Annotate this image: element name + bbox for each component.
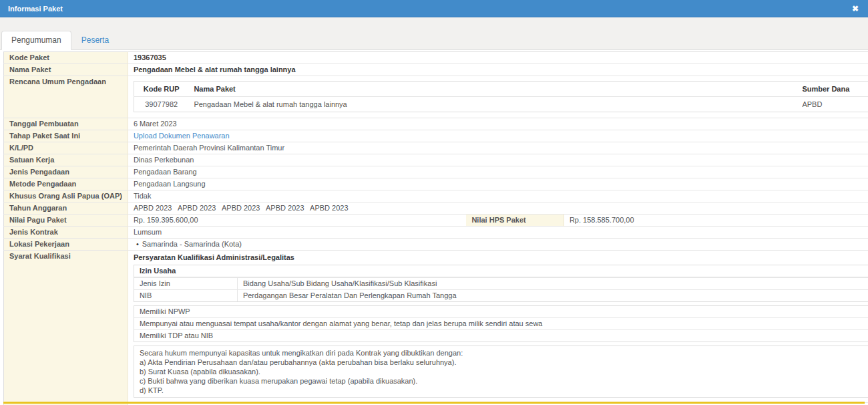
row-value: Upload Dokumen Penawaran: [128, 130, 868, 142]
kapasitas-line: a) Akta Pendirian Perusahaan dan/atau pe…: [140, 358, 868, 367]
izin-usaha-header-row: Jenis Izin Bidang Usaha/Sub Bidang Usaha…: [134, 277, 868, 289]
row-label: K/L/PD: [4, 142, 128, 154]
row-label: Rencana Umum Pengadaan: [4, 76, 128, 118]
list-item: Memiliki TDP atau NIB: [134, 329, 868, 342]
table-row-jenis-pengadaan: Jenis Pengadaan Pengadaan Barang: [4, 166, 868, 178]
tab-bar: Pengumuman Peserta: [0, 17, 868, 50]
kapasitas-line: c) Bukti bahwa yang diberikan kuasa meru…: [140, 376, 868, 386]
kualifikasi-items-box: Memiliki NPWP Mempunyai atau menguasai t…: [134, 305, 868, 342]
table-row-lokasi-pekerjaan: Lokasi Pekerjaan •Samarinda - Samarinda …: [4, 239, 868, 251]
rup-col-sumber-dana: Sumber Dana: [797, 82, 868, 97]
izin-usaha-box: Izin Usaha Jenis Izin Bidang Usaha/Sub B…: [134, 265, 868, 302]
table-row-oap: Khusus Orang Asli Papua (OAP) Tidak: [4, 190, 868, 202]
table-row-nilai-paket: Nilai Pagu Paket Rp. 159.395.600,00 Nila…: [4, 215, 868, 227]
row-value: •Samarinda - Samarinda (Kota): [128, 239, 868, 251]
row-label: Metode Pengadaan: [4, 178, 128, 190]
row-label: Syarat Kualifikasi: [4, 251, 128, 403]
row-label: Nama Paket: [4, 64, 128, 76]
rup-table: Kode RUP Nama Paket Sumber Dana 39077982…: [134, 81, 868, 112]
bidang-usaha-value: Perdagangan Besar Peralatan Dan Perlengk…: [238, 290, 868, 301]
kapasitas-line: Secara hukum mempunyai kapasitas untuk m…: [140, 348, 868, 358]
row-label: Kode Paket: [4, 52, 128, 64]
row-label: Jenis Pengadaan: [4, 166, 128, 178]
row-label: Tahun Anggaran: [4, 202, 128, 215]
modal-title: Informasi Paket: [8, 5, 63, 13]
row-label: Jenis Kontrak: [4, 227, 128, 239]
row-label: Lokasi Pekerjaan: [4, 239, 128, 251]
row-value: 19367035: [128, 52, 868, 64]
table-row-klpd: K/L/PD Pemerintah Daerah Provinsi Kalima…: [4, 142, 868, 154]
bidang-usaha-header: Bidang Usaha/Sub Bidang Usaha/Klasifikas…: [238, 278, 868, 289]
izin-usaha-header: Izin Usaha: [134, 265, 868, 277]
package-info-table: Kode Paket 19367035 Nama Paket Pengadaan…: [3, 51, 868, 405]
row-value: Lumsum: [128, 227, 868, 239]
rup-nama-value: Pengadaan Mebel & alat rumah tangga lain…: [188, 97, 797, 112]
table-row-tahun-anggaran: Tahun Anggaran APBD 2023 APBD 2023 APBD …: [4, 202, 868, 215]
bullet-icon: •: [136, 240, 139, 248]
row-label: Tahap Paket Saat Ini: [4, 130, 128, 142]
rup-kode-value: 39077982: [134, 97, 188, 112]
modal-header: Informasi Paket ✖: [0, 0, 868, 17]
rup-data-row: 39077982 Pengadaan Mebel & alat rumah ta…: [134, 97, 868, 112]
modal-body: Kode Paket 19367035 Nama Paket Pengadaan…: [0, 50, 868, 405]
row-label: Khusus Orang Asli Papua (OAP): [4, 190, 128, 202]
row-value: Pengadaan Langsung: [128, 178, 868, 190]
row-label: Nilai Pagu Paket: [4, 215, 128, 227]
tahap-paket-link[interactable]: Upload Dokumen Penawaran: [134, 132, 230, 140]
kapasitas-hukum-box: Secara hukum mempunyai kapasitas untuk m…: [134, 346, 868, 398]
row-label: Satuan Kerja: [4, 154, 128, 166]
kapasitas-line: d) KTP.: [140, 386, 868, 395]
row-value: Kode RUP Nama Paket Sumber Dana 39077982…: [128, 76, 868, 118]
row-value: Tidak: [128, 190, 868, 202]
row-value: Pengadaan Mebel & alat rumah tangga lain…: [128, 64, 868, 76]
jenis-izin-header: Jenis Izin: [134, 278, 238, 289]
row-value: Pengadaan Barang: [128, 166, 868, 178]
row-value: 6 Maret 2023: [128, 118, 868, 130]
footer-accent-bar: [3, 402, 865, 404]
table-row-satuan-kerja: Satuan Kerja Dinas Perkebunan: [4, 154, 868, 166]
jenis-izin-value: NIB: [134, 290, 238, 301]
syarat-section-title: Persyaratan Kualifikasi Administrasi/Leg…: [134, 252, 868, 265]
table-row-tahap-paket: Tahap Paket Saat Ini Upload Dokumen Pena…: [4, 130, 868, 142]
row-value: Pemerintah Daerah Provinsi Kalimantan Ti…: [128, 142, 868, 154]
list-item: Memiliki NPWP: [134, 306, 868, 317]
table-row-nama-paket: Nama Paket Pengadaan Mebel & alat rumah …: [4, 64, 868, 76]
list-item: Mempunyai atau menguasai tempat usaha/ka…: [134, 317, 868, 329]
table-row-rencana-umum-pengadaan: Rencana Umum Pengadaan Kode RUP Nama Pak…: [4, 76, 868, 118]
table-row-tanggal-pembuatan: Tanggal Pembuatan 6 Maret 2023: [4, 118, 868, 130]
row-value: Dinas Perkebunan: [128, 154, 868, 166]
close-icon[interactable]: ✖: [852, 5, 859, 13]
rup-col-kode-rup: Kode RUP: [134, 82, 188, 97]
table-row-kode-paket: Kode Paket 19367035: [4, 52, 868, 64]
kapasitas-line: b) Surat Kuasa (apabila dikuasakan).: [140, 367, 868, 376]
row-label: Nilai HPS Paket: [466, 215, 564, 227]
table-row-jenis-kontrak: Jenis Kontrak Lumsum: [4, 227, 868, 239]
nilai-pagu-value: Rp. 159.395.600,00: [128, 215, 466, 227]
izin-usaha-data-row: NIB Perdagangan Besar Peralatan Dan Perl…: [134, 289, 868, 301]
table-row-syarat-kualifikasi: Syarat Kualifikasi Persyaratan Kualifika…: [4, 251, 868, 403]
lokasi-value: Samarinda - Samarinda (Kota): [142, 240, 242, 248]
rup-sumber-value: APBD: [797, 97, 868, 112]
row-value: Persyaratan Kualifikasi Administrasi/Leg…: [128, 251, 868, 403]
row-value: APBD 2023 APBD 2023 APBD 2023 APBD 2023 …: [128, 202, 868, 215]
tab-pengumuman[interactable]: Pengumuman: [1, 31, 71, 50]
rup-header-row: Kode RUP Nama Paket Sumber Dana: [134, 82, 868, 97]
row-label: Tanggal Pembuatan: [4, 118, 128, 130]
rup-col-nama-paket: Nama Paket: [188, 82, 797, 97]
nilai-hps-value: Rp. 158.585.700,00: [564, 215, 868, 227]
tab-peserta[interactable]: Peserta: [71, 31, 119, 50]
table-row-metode-pengadaan: Metode Pengadaan Pengadaan Langsung: [4, 178, 868, 190]
